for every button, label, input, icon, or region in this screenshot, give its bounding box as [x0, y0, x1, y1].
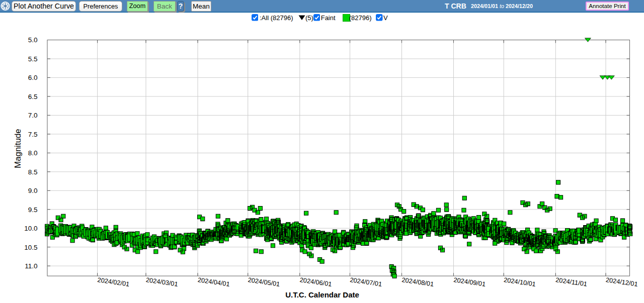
svg-text:U.T.C. Calendar Date: U.T.C. Calendar Date [285, 290, 359, 299]
svg-text:5.0: 5.0 [28, 36, 38, 44]
svg-text:2024/04/01: 2024/04/01 [197, 276, 230, 288]
svg-text:2024/05/01: 2024/05/01 [248, 276, 281, 288]
svg-text:9.5: 9.5 [28, 206, 38, 214]
svg-text:2024/11/01: 2024/11/01 [555, 276, 588, 288]
svg-text:2024/09/01: 2024/09/01 [453, 276, 487, 288]
svg-text:5.5: 5.5 [28, 55, 38, 63]
svg-text:11.0: 11.0 [25, 262, 37, 270]
svg-text:2024/10/01: 2024/10/01 [503, 276, 536, 288]
svg-text:Magnitude: Magnitude [13, 129, 23, 168]
svg-text:2024/07/01: 2024/07/01 [350, 276, 383, 288]
svg-text:8.0: 8.0 [28, 149, 38, 157]
svg-text:6.5: 6.5 [28, 93, 38, 100]
svg-text:2024/02/01: 2024/02/01 [97, 276, 130, 288]
svg-text:10.5: 10.5 [24, 244, 37, 251]
svg-text:7.5: 7.5 [28, 131, 38, 138]
svg-text:10.0: 10.0 [24, 225, 37, 232]
svg-text:6.0: 6.0 [28, 74, 38, 81]
svg-text:9.0: 9.0 [28, 187, 38, 194]
svg-text:2024/06/01: 2024/06/01 [299, 276, 333, 288]
svg-text:2024/03/01: 2024/03/01 [145, 276, 179, 288]
svg-text:7.0: 7.0 [28, 112, 38, 119]
svg-text:2024/08/01: 2024/08/01 [401, 276, 435, 288]
svg-text:2024/12/01: 2024/12/01 [605, 276, 638, 288]
svg-text:8.5: 8.5 [28, 168, 38, 176]
